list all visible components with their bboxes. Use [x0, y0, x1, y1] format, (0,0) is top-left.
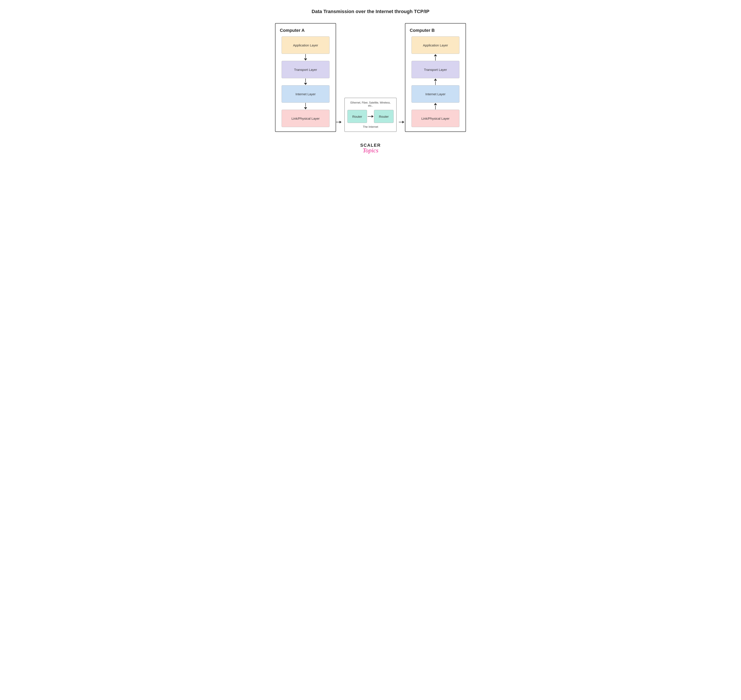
- internet-box: Ethernet, Fiber, Satellite, Wireless, et…: [344, 98, 397, 132]
- computer-a-internet-layer: Internet Layer: [282, 85, 329, 103]
- arrow-internet-to-b: [399, 121, 405, 132]
- computer-b-internet-layer: Internet Layer: [412, 85, 459, 103]
- computer-b-label: Computer B: [410, 28, 435, 33]
- computer-b-transport-layer: Transport Layer: [412, 61, 459, 78]
- footer-topics: Topics: [363, 147, 378, 154]
- computer-b-link-layer: Link/Physical Layer: [412, 110, 459, 127]
- arrow-app-to-trans-a: [304, 54, 307, 61]
- internet-desc: Ethernet, Fiber, Satellite, Wireless, et…: [349, 101, 392, 107]
- computer-a-application-layer: Application Layer: [282, 37, 329, 54]
- arrow-inet-to-link-a: [304, 103, 307, 110]
- computer-a-link-layer: Link/Physical Layer: [282, 110, 329, 127]
- router-2: Router: [374, 110, 394, 123]
- router-1: Router: [347, 110, 367, 123]
- h-arrow-right-1: [336, 121, 342, 124]
- internet-label: The Internet: [363, 125, 378, 128]
- diagram-wrapper: Computer A Application Layer Transport L…: [4, 23, 737, 132]
- arrow-trans-to-inet-a: [304, 78, 307, 85]
- arrow-a-to-internet: [336, 121, 342, 132]
- computer-b-box: Computer B Application Layer Transport L…: [405, 23, 466, 132]
- router-arrow: [367, 115, 374, 118]
- page-title: Data Transmission over the Internet thro…: [312, 9, 429, 15]
- arrow-link-to-inet-b: [434, 103, 437, 110]
- h-arrow-right-2: [399, 121, 405, 124]
- internet-section: Ethernet, Fiber, Satellite, Wireless, et…: [342, 98, 399, 132]
- footer: SCALER Topics: [360, 143, 381, 154]
- arrow-inet-to-trans-b: [434, 78, 437, 85]
- routers-row: Router Router: [347, 110, 394, 123]
- arrow-trans-to-app-b: [434, 54, 437, 61]
- computer-b-application-layer: Application Layer: [412, 37, 459, 54]
- computer-a-label: Computer A: [280, 28, 305, 33]
- computer-a-layers: Application Layer Transport Layer Intern…: [280, 37, 331, 127]
- computer-a-box: Computer A Application Layer Transport L…: [275, 23, 336, 132]
- computer-b-layers: Application Layer Transport Layer Intern…: [410, 37, 461, 127]
- computer-a-transport-layer: Transport Layer: [282, 61, 329, 78]
